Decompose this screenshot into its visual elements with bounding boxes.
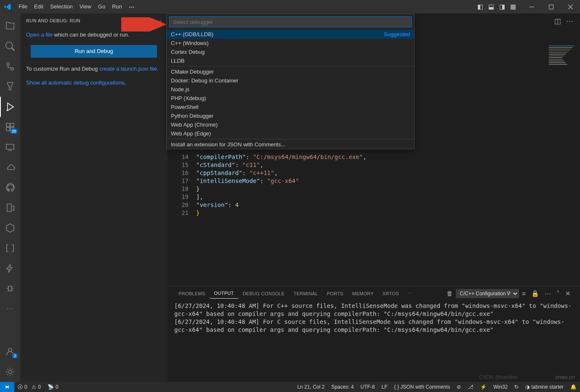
maximize-button[interactable] [541, 0, 561, 13]
create-launch-link[interactable]: create a launch.json file [99, 66, 157, 72]
menu-edit[interactable]: Edit [31, 0, 47, 13]
svg-rect-1 [549, 5, 553, 9]
accounts-icon[interactable]: 2 [0, 342, 20, 362]
panel-tab-output[interactable]: OUTPUT [210, 288, 238, 299]
debugger-option[interactable]: Node.js [167, 85, 414, 94]
title-bar: FileEditSelectionViewGoRun ⋯ ◧⬓◨▦ [0, 0, 580, 13]
radio-status[interactable]: 📡 0 [44, 382, 62, 392]
panel-tab-memory[interactable]: MEMORY [348, 289, 378, 299]
debugger-option[interactable]: C++ (Windows) [167, 39, 414, 48]
filter-icon[interactable]: ≡ [519, 289, 528, 298]
menu-selection[interactable]: Selection [47, 0, 76, 13]
panel-more-icon[interactable]: ⋯ [542, 289, 553, 299]
debugger-option[interactable]: Docker: Debug in Container [167, 76, 414, 85]
source-control-icon[interactable] [0, 56, 20, 77]
device-icon[interactable] [0, 198, 20, 218]
panel-tab-terminal[interactable]: TERMINAL [289, 289, 322, 299]
lock-scroll-icon[interactable]: 🔒 [529, 289, 542, 299]
indentation-status[interactable]: Spaces: 4 [328, 382, 357, 392]
overflow-icon[interactable] [0, 299, 20, 319]
panel-chevron-up-icon[interactable]: ˄ [554, 289, 562, 299]
debugger-option[interactable]: Python Debugger [167, 111, 414, 120]
eol-status[interactable]: LF [378, 382, 391, 392]
panel-left-icon[interactable]: ◧ [475, 0, 486, 13]
debugger-option[interactable]: Cortex Debug [167, 48, 414, 56]
code-line[interactable]: 16 "cppStandard": "c++11", [173, 169, 580, 177]
code-line[interactable]: 17 "intelliSenseMode": "gcc-x64" [173, 177, 580, 185]
remote-indicator[interactable] [0, 382, 14, 392]
debugger-option[interactable]: LLDB [167, 56, 414, 65]
git-graph-icon[interactable]: ⎇ [464, 382, 477, 392]
github-icon[interactable] [0, 177, 20, 198]
prettier-icon[interactable]: ⚡ [477, 382, 490, 392]
encoding-status[interactable]: UTF-8 [357, 382, 378, 392]
code-line[interactable]: 19 ], [173, 193, 580, 201]
customize-hint: To customize Run and Debug create a laun… [26, 65, 162, 73]
code-line[interactable]: 20 "version": 4 [173, 201, 580, 209]
output-body[interactable]: [6/27/2024, 10:40:48 AM] For C++ source … [168, 300, 580, 382]
panel-tab-ports[interactable]: PORTS [322, 289, 347, 299]
test-icon[interactable] [0, 77, 20, 97]
cursor-position[interactable]: Ln 21, Col 2 [294, 382, 328, 392]
remote-icon[interactable] [0, 137, 20, 157]
panel-tab-problems[interactable]: PROBLEMS [174, 289, 210, 299]
layout-controls: ◧⬓◨▦ [475, 0, 519, 13]
notifications-icon[interactable]: 🔔 [567, 382, 580, 392]
panel-tab-xrtos[interactable]: XRTOS [378, 289, 403, 299]
debugger-option[interactable]: PowerShell [167, 103, 414, 111]
extensions-icon[interactable]: 28 [0, 117, 20, 137]
install-extension-option[interactable]: Install an extension for JSON with Comme… [167, 140, 414, 149]
settings-gear-icon[interactable] [0, 362, 20, 382]
layout-icon[interactable]: ▦ [508, 0, 519, 13]
split-editor-icon[interactable]: ◫ [552, 15, 564, 27]
close-button[interactable] [561, 0, 580, 13]
menu-go[interactable]: Go [95, 0, 109, 13]
menu-run[interactable]: Run [109, 0, 125, 13]
errors-count[interactable]: ⓧ 0 ⚠ 0 [14, 382, 44, 392]
code-line[interactable]: 21} [173, 209, 580, 217]
output-channel-select[interactable]: C/C++ Configuration W [456, 289, 519, 298]
panel-right-icon[interactable]: ◨ [497, 0, 508, 13]
debugger-option[interactable]: Web App (Chrome) [167, 120, 414, 129]
hex-icon[interactable] [0, 218, 20, 238]
debugger-option[interactable]: C++ (GDB/LLDB)Suggested [167, 30, 414, 39]
platform-status[interactable]: Win32 [490, 382, 511, 392]
sync-icon[interactable]: ↻ [511, 382, 522, 392]
open-file-link[interactable]: Open a file [26, 32, 53, 38]
panel-bottom-icon[interactable]: ⬓ [486, 0, 497, 13]
menu-file[interactable]: File [15, 0, 31, 13]
tabnine-status[interactable]: ◑ tabnine starter [522, 382, 567, 392]
menu-view[interactable]: View [76, 0, 95, 13]
explorer-icon[interactable] [0, 16, 20, 36]
watermark: znwx.cn [555, 374, 575, 380]
thunder-icon[interactable] [0, 258, 20, 278]
status-bar: ⓧ 0 ⚠ 0 📡 0 Ln 21, Col 2 Spaces: 4 UTF-8… [0, 382, 580, 392]
minimize-button[interactable] [522, 0, 541, 13]
cloud-icon[interactable] [0, 157, 20, 177]
panel-tab-debug-console[interactable]: DEBUG CONSOLE [239, 289, 289, 299]
debugger-option[interactable]: CMake Debugger [167, 67, 414, 76]
show-all-hint: Show all automatic debug configurations. [26, 79, 162, 87]
panel-tabs: PROBLEMSOUTPUTDEBUG CONSOLETERMINALPORTS… [168, 286, 580, 300]
feedback-icon[interactable]: ⊘ [453, 382, 464, 392]
code-line[interactable]: 14 "compilerPath": "C:/msys64/mingw64/bi… [173, 153, 580, 161]
run-and-debug-button[interactable]: Run and Debug [31, 45, 157, 58]
brackets-icon[interactable] [0, 238, 20, 258]
search-icon[interactable] [0, 36, 20, 56]
menu-overflow-icon[interactable]: ⋯ [125, 4, 138, 10]
clear-output-icon[interactable]: 🗑 [444, 289, 455, 298]
code-line[interactable]: 18 } [173, 185, 580, 193]
panel-close-icon[interactable]: ✕ [563, 289, 573, 299]
show-all-link[interactable]: Show all automatic debug configurations [26, 79, 124, 86]
run-debug-icon[interactable] [0, 97, 20, 117]
panel-tab-overflow-icon[interactable]: ⋯ [404, 288, 417, 299]
quick-pick-input[interactable] [169, 16, 412, 27]
debugger-option[interactable]: PHP (Xdebug) [167, 94, 414, 103]
debugger-option[interactable]: Web App (Edge) [167, 129, 414, 138]
editor-more-icon[interactable]: ⋯ [564, 15, 576, 27]
panel: PROBLEMSOUTPUTDEBUG CONSOLETERMINALPORTS… [168, 286, 580, 382]
bug-icon[interactable] [0, 278, 20, 299]
activity-bar: 28 2 [0, 13, 20, 382]
code-line[interactable]: 15 "cStandard": "c11", [173, 161, 580, 169]
language-mode[interactable]: { } JSON with Comments [391, 382, 454, 392]
